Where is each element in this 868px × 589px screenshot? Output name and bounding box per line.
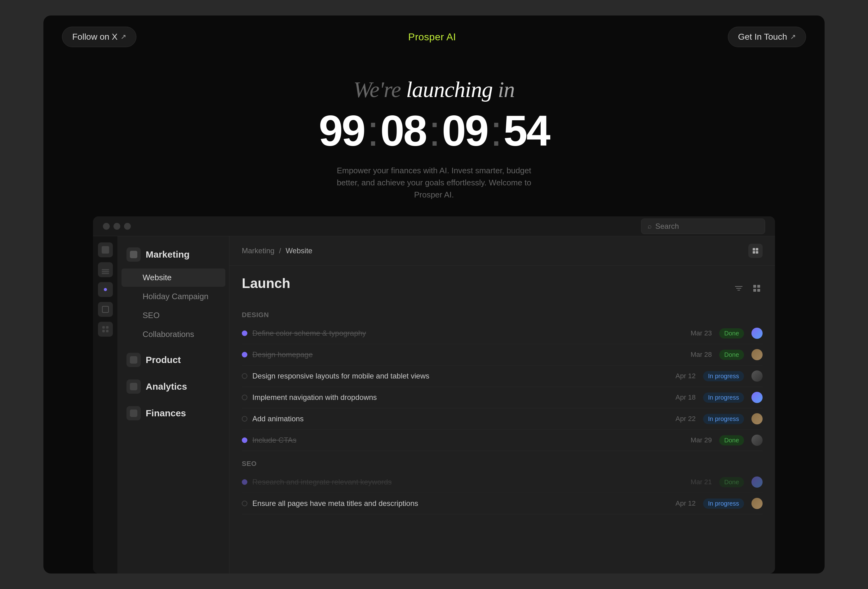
- filter-button[interactable]: [733, 282, 745, 294]
- sidebar-item-holiday[interactable]: Holiday Campaign: [121, 287, 225, 306]
- nav-section-marketing-header[interactable]: Marketing: [118, 242, 229, 267]
- breadcrumb-child: Website: [285, 247, 312, 255]
- section-header-row: Launch: [242, 276, 763, 301]
- sidebar-icon-square[interactable]: [98, 302, 113, 317]
- svg-rect-0: [753, 248, 755, 251]
- contact-button[interactable]: Get In Touch ↗: [728, 27, 806, 47]
- content-body: Launch: [229, 266, 775, 574]
- tl-green: [124, 223, 131, 230]
- countdown-sep-2: :: [429, 106, 440, 156]
- task-name-5: Add animations: [252, 415, 304, 423]
- marketing-sub-items: Website Holiday Campaign SEO Collaborati…: [118, 267, 229, 345]
- product-icon: [127, 353, 141, 367]
- contact-label: Get In Touch: [738, 32, 787, 42]
- nav-section-finances-header[interactable]: Finances: [118, 401, 229, 425]
- sidebar-item-collaborations[interactable]: Collaborations: [121, 325, 225, 344]
- search-bar[interactable]: ⌕: [641, 218, 765, 234]
- task-left-1: Define color scheme & typography: [242, 329, 366, 338]
- task-right-4: Apr 18 In progress: [676, 392, 763, 403]
- task-dot-6: [242, 437, 247, 443]
- svg-rect-1: [756, 248, 758, 251]
- task-left-2: Design homepage: [242, 350, 313, 359]
- task-left-8: Ensure all pages have meta titles and de…: [242, 499, 418, 508]
- main-content: Marketing / Website: [229, 236, 775, 574]
- table-row: Design responsive layouts for mobile and…: [242, 366, 763, 387]
- sidebar-icon-list[interactable]: [98, 262, 113, 277]
- task-right-8: Apr 12 In progress: [676, 498, 763, 509]
- task-date-8: Apr 12: [676, 499, 696, 508]
- task-badge-3: In progress: [703, 371, 744, 381]
- breadcrumb-parent: Marketing: [242, 247, 275, 255]
- section-title: Launch: [242, 276, 290, 291]
- search-icon: ⌕: [648, 222, 652, 230]
- countdown-timer: 99 : 08 : 09 : 54: [319, 106, 549, 156]
- tl-yellow: [114, 223, 120, 230]
- avatar-8: [751, 498, 763, 509]
- task-badge-8: In progress: [703, 499, 744, 509]
- nav-section-product-header[interactable]: Product: [118, 348, 229, 372]
- nav-section-analytics: Analytics: [118, 375, 229, 399]
- countdown-hours: 08: [380, 106, 426, 156]
- avatar-2: [751, 349, 763, 360]
- nav-section-analytics-header[interactable]: Analytics: [118, 375, 229, 399]
- task-right-2: Mar 28 Done: [691, 349, 763, 360]
- task-right-5: Apr 22 In progress: [676, 413, 763, 424]
- sidebar-icon-dot[interactable]: [98, 282, 113, 297]
- table-row: Add animations Apr 22 In progress: [242, 408, 763, 430]
- task-dot-8: [242, 500, 247, 506]
- avatar-3: [751, 371, 763, 382]
- task-date-1: Mar 23: [691, 329, 712, 337]
- nav-section-finances: Finances: [118, 401, 229, 425]
- sidebar-item-seo[interactable]: SEO: [121, 306, 225, 325]
- sidebar-icon-home[interactable]: [98, 242, 113, 257]
- task-left-6: Include CTAs: [242, 436, 296, 444]
- task-name-4: Implement navigation with dropdowns: [252, 393, 377, 402]
- task-badge-2: Done: [719, 350, 744, 360]
- app-titlebar: ⌕: [93, 216, 775, 236]
- avatar-7: [751, 477, 763, 488]
- task-dot-2: [242, 352, 247, 357]
- contact-arrow: ↗: [790, 33, 796, 41]
- group-design-label: Design: [242, 311, 763, 319]
- marketing-icon: [127, 247, 141, 262]
- breadcrumb-sep: /: [279, 247, 283, 255]
- traffic-lights: [103, 223, 131, 230]
- breadcrumb: Marketing / Website: [242, 247, 313, 255]
- task-left-5: Add animations: [242, 415, 304, 423]
- product-label: Product: [146, 355, 181, 365]
- table-row: Include CTAs Mar 29 Done: [242, 430, 763, 451]
- task-name-3: Design responsive layouts for mobile and…: [252, 372, 430, 380]
- task-dot-5: [242, 416, 247, 422]
- app-window: ⌕: [93, 216, 775, 574]
- follow-button[interactable]: Follow on X ↗: [62, 27, 136, 47]
- table-row: Ensure all pages have meta titles and de…: [242, 493, 763, 514]
- svg-rect-9: [753, 289, 756, 292]
- task-badge-5: In progress: [703, 414, 744, 424]
- sidebar-item-website[interactable]: Website: [121, 269, 225, 287]
- finances-label: Finances: [146, 408, 186, 418]
- nav-section-marketing: Marketing Website Holiday Campaign SEO C…: [118, 242, 229, 345]
- task-dot-1: [242, 331, 247, 336]
- task-right-3: Apr 12 In progress: [676, 371, 763, 382]
- marketing-label: Marketing: [146, 249, 190, 260]
- avatar-1: [751, 328, 763, 339]
- tagline-post: in: [498, 77, 515, 102]
- svg-rect-3: [756, 251, 758, 254]
- svg-rect-8: [757, 285, 760, 288]
- sidebar-left: [93, 236, 118, 574]
- task-right-6: Mar 29 Done: [691, 435, 763, 446]
- task-right-1: Mar 23 Done: [691, 328, 763, 339]
- search-input[interactable]: [655, 222, 759, 231]
- task-dot-4: [242, 395, 247, 400]
- countdown-days: 99: [319, 106, 365, 156]
- grid-view-button[interactable]: [751, 282, 763, 294]
- countdown-sep-3: :: [490, 106, 501, 156]
- task-dot-3: [242, 373, 247, 379]
- sidebar-icon-grid[interactable]: [98, 322, 113, 337]
- task-badge-6: Done: [719, 435, 744, 446]
- svg-rect-10: [757, 289, 760, 292]
- layout-toggle-button[interactable]: [748, 244, 763, 258]
- task-date-2: Mar 28: [691, 351, 712, 359]
- task-badge-4: In progress: [703, 393, 744, 403]
- avatar-4: [751, 392, 763, 403]
